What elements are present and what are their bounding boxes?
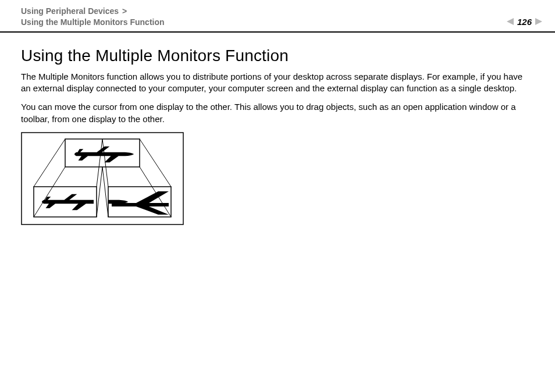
page-number-nav: 126: [507, 17, 542, 28]
page-content: Using the Multiple Monitors Function The…: [0, 33, 555, 225]
prev-page-arrow-icon[interactable]: [507, 18, 514, 25]
breadcrumb-parent: Using Peripheral Devices: [21, 6, 119, 16]
breadcrumb: Using Peripheral Devices > Using the Mul…: [21, 6, 165, 28]
figure-multiple-monitors: [21, 132, 534, 225]
svg-line-8: [102, 139, 108, 187]
breadcrumb-line-1: Using Peripheral Devices >: [21, 6, 165, 17]
svg-line-4: [34, 139, 65, 187]
svg-line-7: [97, 167, 102, 217]
breadcrumb-separator: >: [121, 6, 127, 16]
airplane-monitors-icon: [21, 132, 184, 225]
page-number: 126: [517, 17, 532, 27]
breadcrumb-current: Using the Multiple Monitors Function: [21, 17, 165, 28]
svg-line-6: [97, 139, 102, 187]
page-header: Using Peripheral Devices > Using the Mul…: [0, 0, 555, 33]
paragraph-2: You can move the cursor from one display…: [21, 101, 534, 125]
next-page-arrow-icon[interactable]: [535, 18, 542, 25]
svg-line-10: [140, 139, 171, 187]
page-title: Using the Multiple Monitors Function: [21, 47, 534, 65]
svg-line-9: [102, 167, 108, 217]
paragraph-1: The Multiple Monitors function allows yo…: [21, 71, 534, 95]
